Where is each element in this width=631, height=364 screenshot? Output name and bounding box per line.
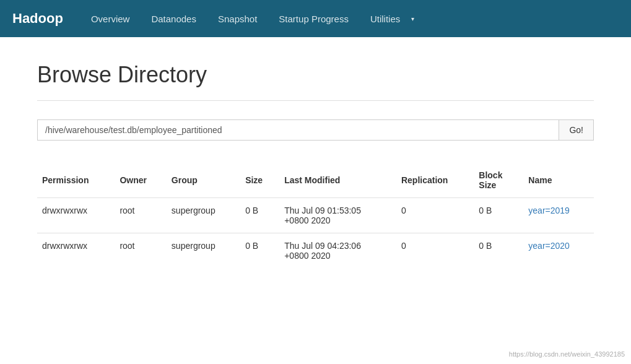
table-header: Permission Owner Group Size Last Modifie… xyxy=(37,165,594,198)
navbar-brand[interactable]: Hadoop xyxy=(12,11,63,27)
cell-size-1: 0 B xyxy=(240,233,279,269)
th-owner: Owner xyxy=(115,165,166,198)
divider xyxy=(37,100,594,101)
utilities-caret-icon: ▾ xyxy=(411,15,414,22)
th-name: Name xyxy=(523,165,594,198)
go-button[interactable]: Go! xyxy=(559,119,594,141)
cell-permission-0: drwxrwxrwx xyxy=(37,198,115,233)
th-size: Size xyxy=(240,165,279,198)
nav-item-snapshot: Snapshot xyxy=(209,9,266,29)
th-block-size: Block Size xyxy=(474,165,523,198)
cell-size-0: 0 B xyxy=(240,198,279,233)
navbar: Hadoop Overview Datanodes Snapshot Start… xyxy=(0,0,631,37)
cell-replication-0: 0 xyxy=(396,198,474,233)
name-link-0[interactable]: year=2019 xyxy=(528,206,570,215)
path-form: Go! xyxy=(37,119,594,141)
nav-link-snapshot[interactable]: Snapshot xyxy=(209,9,266,29)
cell-name-1: year=2020 xyxy=(523,233,594,269)
cell-owner-0: root xyxy=(115,198,166,233)
table-row: drwxrwxrwx root supergroup 0 B Thu Jul 0… xyxy=(37,198,594,233)
cell-block-size-1: 0 B xyxy=(474,233,523,269)
table-row: drwxrwxrwx root supergroup 0 B Thu Jul 0… xyxy=(37,233,594,269)
th-last-modified: Last Modified xyxy=(279,165,396,198)
directory-table: Permission Owner Group Size Last Modifie… xyxy=(37,165,594,268)
cell-group-0: supergroup xyxy=(167,198,240,233)
nav-link-datanodes[interactable]: Datanodes xyxy=(142,9,206,29)
nav-item-datanodes: Datanodes xyxy=(142,9,206,29)
path-input[interactable] xyxy=(37,119,559,141)
nav-link-startup-progress[interactable]: Startup Progress xyxy=(269,9,358,29)
cell-group-1: supergroup xyxy=(167,233,240,269)
nav-item-startup-progress: Startup Progress xyxy=(269,9,358,29)
nav-item-utilities: Utilities ▾ xyxy=(361,9,414,29)
cell-permission-1: drwxrwxrwx xyxy=(37,233,115,269)
nav-link-overview[interactable]: Overview xyxy=(82,9,139,29)
nav-item-overview: Overview xyxy=(82,9,139,29)
cell-owner-1: root xyxy=(115,233,166,269)
th-group: Group xyxy=(167,165,240,198)
cell-block-size-0: 0 B xyxy=(474,198,523,233)
main-content: Browse Directory Go! Permission Owner Gr… xyxy=(0,37,631,293)
th-permission: Permission xyxy=(37,165,115,198)
nav-link-utilities[interactable]: Utilities xyxy=(361,9,409,29)
page-title: Browse Directory xyxy=(37,62,594,88)
cell-last-modified-1: Thu Jul 09 04:23:06 +0800 2020 xyxy=(279,233,396,269)
navbar-nav: Overview Datanodes Snapshot Startup Prog… xyxy=(82,9,414,29)
table-body: drwxrwxrwx root supergroup 0 B Thu Jul 0… xyxy=(37,198,594,269)
cell-replication-1: 0 xyxy=(396,233,474,269)
cell-last-modified-0: Thu Jul 09 01:53:05 +0800 2020 xyxy=(279,198,396,233)
cell-name-0: year=2019 xyxy=(523,198,594,233)
th-replication: Replication xyxy=(396,165,474,198)
name-link-1[interactable]: year=2020 xyxy=(528,241,570,251)
